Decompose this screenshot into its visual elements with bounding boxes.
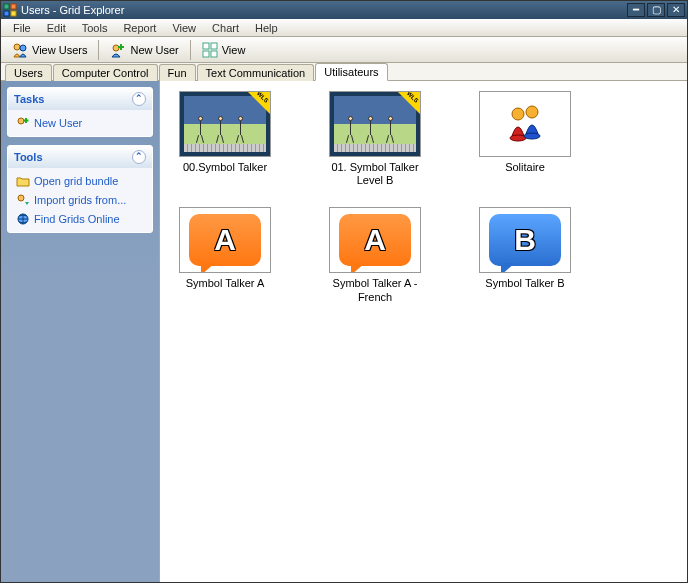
menu-tools[interactable]: Tools <box>74 20 116 36</box>
tasks-new-user-link[interactable]: New User <box>16 116 144 130</box>
menu-edit[interactable]: Edit <box>39 20 74 36</box>
grid-thumb: A <box>329 207 421 273</box>
svg-rect-8 <box>118 46 124 48</box>
svg-rect-10 <box>211 43 217 49</box>
tab-users[interactable]: Users <box>5 64 52 81</box>
svg-rect-15 <box>24 120 29 122</box>
svg-point-18 <box>512 108 524 120</box>
find-grids-online-link[interactable]: Find Grids Online <box>16 212 144 226</box>
grid-thumb: A <box>179 207 271 273</box>
new-user-button[interactable]: New User <box>103 39 185 61</box>
folder-icon <box>16 174 30 188</box>
tasks-new-user-label: New User <box>34 117 82 129</box>
new-user-label: New User <box>130 44 178 56</box>
svg-point-4 <box>14 44 20 50</box>
content-area: WLS 00.Symbol Talker WLS 01. Symbol Talk <box>159 81 687 582</box>
speech-bubble-icon: A <box>339 214 411 266</box>
svg-rect-12 <box>211 51 217 57</box>
new-user-icon <box>110 42 126 58</box>
grid-item-label: Symbol Talker B <box>470 277 580 290</box>
svg-point-16 <box>18 195 24 201</box>
tab-text-communication[interactable]: Text Communication <box>197 64 315 81</box>
tools-panel-body: Open grid bundle Import grids from... <box>8 168 152 232</box>
new-user-small-icon <box>16 116 30 130</box>
globe-icon <box>16 212 30 226</box>
open-grid-bundle-label: Open grid bundle <box>34 175 118 187</box>
svg-rect-11 <box>203 51 209 57</box>
title-bar: Users - Grid Explorer ━ ▢ ✕ <box>1 1 687 19</box>
svg-point-5 <box>20 45 26 51</box>
svg-point-21 <box>524 133 540 139</box>
window-controls: ━ ▢ ✕ <box>627 3 685 17</box>
grid-thumb: B <box>479 207 571 273</box>
grid-item-label: 01. Symbol Talker Level B <box>320 161 430 187</box>
tasks-panel-header[interactable]: Tasks ⌃ <box>8 88 152 110</box>
speech-bubble-icon: B <box>489 214 561 266</box>
tools-panel-title: Tools <box>14 151 43 163</box>
svg-rect-0 <box>4 4 9 9</box>
menu-report[interactable]: Report <box>115 20 164 36</box>
grid-item-label: Symbol Talker A - French <box>320 277 430 303</box>
view-users-button[interactable]: View Users <box>5 39 94 61</box>
tasks-panel-title: Tasks <box>14 93 44 105</box>
app-icon <box>3 3 17 17</box>
maximize-button[interactable]: ▢ <box>647 3 665 17</box>
tab-fun[interactable]: Fun <box>159 64 196 81</box>
grid-item-symbol-talker-level-b[interactable]: WLS 01. Symbol Talker Level B <box>320 91 430 187</box>
menu-view[interactable]: View <box>164 20 204 36</box>
tools-panel-header[interactable]: Tools ⌃ <box>8 146 152 168</box>
menu-file[interactable]: File <box>5 20 39 36</box>
tab-row: Users Computer Control Fun Text Communic… <box>1 63 687 81</box>
main-split: Tasks ⌃ New User Tools <box>1 81 687 582</box>
tab-computer-control[interactable]: Computer Control <box>53 64 158 81</box>
user-grid: WLS 00.Symbol Talker WLS 01. Symbol Talk <box>170 91 677 304</box>
collapse-icon[interactable]: ⌃ <box>132 150 146 164</box>
view-icon <box>202 42 218 58</box>
close-button[interactable]: ✕ <box>667 3 685 17</box>
toolbar: View Users New User View <box>1 37 687 63</box>
import-grids-link[interactable]: Import grids from... <box>16 193 144 207</box>
import-icon <box>16 193 30 207</box>
window-title: Users - Grid Explorer <box>21 4 627 16</box>
view-label: View <box>222 44 246 56</box>
grid-item-symbol-talker-a[interactable]: A Symbol Talker A <box>170 207 280 303</box>
menu-bar: File Edit Tools Report View Chart Help <box>1 19 687 37</box>
tools-panel: Tools ⌃ Open grid bundle <box>7 145 153 233</box>
find-grids-online-label: Find Grids Online <box>34 213 120 225</box>
view-users-label: View Users <box>32 44 87 56</box>
grid-thumb <box>479 91 571 157</box>
collapse-icon[interactable]: ⌃ <box>132 92 146 106</box>
svg-rect-3 <box>11 11 16 16</box>
tasks-panel-body: New User <box>8 110 152 136</box>
grid-item-symbol-talker-00[interactable]: WLS 00.Symbol Talker <box>170 91 280 187</box>
svg-rect-2 <box>4 11 9 16</box>
svg-point-20 <box>526 106 538 118</box>
menu-help[interactable]: Help <box>247 20 286 36</box>
tab-utilisateurs[interactable]: Utilisateurs <box>315 63 387 81</box>
sidebar: Tasks ⌃ New User Tools <box>1 81 159 582</box>
toolbar-separator <box>98 40 99 60</box>
svg-point-13 <box>18 118 24 124</box>
grid-item-label: 00.Symbol Talker <box>170 161 280 174</box>
tasks-panel: Tasks ⌃ New User <box>7 87 153 137</box>
grid-item-symbol-talker-a-french[interactable]: A Symbol Talker A - French <box>320 207 430 303</box>
menu-chart[interactable]: Chart <box>204 20 247 36</box>
grid-thumb: WLS <box>329 91 421 157</box>
toolbar-separator <box>190 40 191 60</box>
grid-item-symbol-talker-b[interactable]: B Symbol Talker B <box>470 207 580 303</box>
view-button[interactable]: View <box>195 39 253 61</box>
grid-thumb: WLS <box>179 91 271 157</box>
grid-item-label: Solitaire <box>470 161 580 174</box>
svg-rect-1 <box>11 4 16 9</box>
users-icon <box>12 42 28 58</box>
grid-item-label: Symbol Talker A <box>170 277 280 290</box>
speech-bubble-icon: A <box>189 214 261 266</box>
svg-rect-9 <box>203 43 209 49</box>
grid-item-solitaire[interactable]: Solitaire <box>470 91 580 187</box>
open-grid-bundle-link[interactable]: Open grid bundle <box>16 174 144 188</box>
minimize-button[interactable]: ━ <box>627 3 645 17</box>
import-grids-label: Import grids from... <box>34 194 126 206</box>
